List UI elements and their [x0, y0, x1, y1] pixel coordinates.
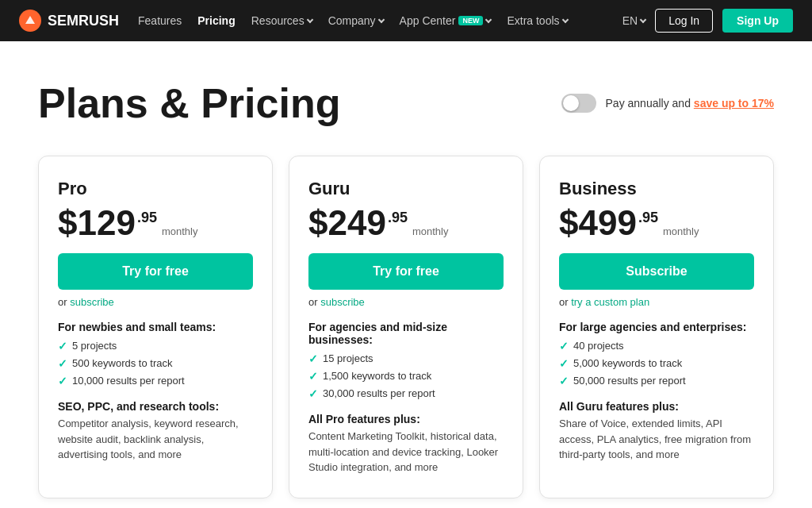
chevron-down-icon — [306, 17, 312, 23]
check-icon: ✓ — [58, 340, 67, 352]
or-line-business: or try a custom plan — [559, 296, 754, 308]
nav-right: EN Log In Sign Up — [622, 9, 793, 33]
plan-card-business: Business $499 .95 monthly Subscribe or t… — [539, 156, 774, 498]
plan-name-guru: Guru — [308, 179, 504, 199]
billing-toggle-area: Pay annually and save up to 17% — [561, 94, 774, 113]
list-item: ✓1,500 keywords to track — [308, 370, 504, 383]
nav-links: Features Pricing Resources Company App C… — [138, 14, 603, 27]
list-item: ✓5,000 keywords to track — [559, 357, 754, 370]
or-line-guru: or subscribe — [308, 296, 504, 308]
semrush-logo-icon — [19, 10, 41, 32]
price-main-business: $499 — [559, 206, 637, 241]
nav-pricing[interactable]: Pricing — [197, 14, 235, 27]
price-period-pro: monthly — [162, 225, 198, 237]
nav-company[interactable]: Company — [328, 14, 384, 27]
price-cents-guru: .95 — [388, 210, 408, 225]
subscribe-button-business[interactable]: Subscribe — [559, 253, 754, 290]
chevron-down-icon — [640, 17, 646, 23]
try-free-button-pro[interactable]: Try for free — [58, 253, 253, 290]
feature-list-business: ✓40 projects ✓5,000 keywords to track ✓5… — [559, 340, 754, 387]
price-period-guru: monthly — [412, 225, 449, 237]
check-icon: ✓ — [308, 352, 318, 365]
toggle-label: Pay annually and save up to 17% — [606, 97, 774, 110]
pricing-header: Plans & Pricing Pay annually and save up… — [38, 79, 774, 127]
feature-list-pro: ✓5 projects ✓500 keywords to track ✓10,0… — [58, 340, 253, 387]
tools-title-business: All Guru features plus: — [559, 400, 754, 413]
logo[interactable]: SEMRUSH — [19, 10, 119, 32]
plan-name-pro: Pro — [58, 179, 253, 199]
price-cents-pro: .95 — [137, 210, 157, 225]
plan-name-business: Business — [559, 179, 754, 199]
subscribe-link-pro[interactable]: subscribe — [70, 296, 114, 308]
audience-title-guru: For agencies and mid-size businesses: — [308, 321, 504, 346]
list-item: ✓5 projects — [58, 340, 253, 352]
plan-card-guru: Guru $249 .95 monthly Try for free or su… — [289, 156, 523, 498]
price-period-business: monthly — [663, 225, 699, 237]
chevron-down-icon — [485, 17, 492, 23]
or-line-pro: or subscribe — [58, 296, 253, 308]
check-icon: ✓ — [559, 357, 569, 370]
list-item: ✓40 projects — [559, 340, 754, 352]
audience-title-business: For large agencies and enterprises: — [559, 321, 754, 333]
tools-desc-business: Share of Voice, extended limits, API acc… — [559, 416, 754, 463]
check-icon: ✓ — [58, 357, 67, 370]
audience-title-pro: For newbies and small teams: — [58, 321, 253, 333]
plans-container: Pro $129 .95 monthly Try for free or sub… — [38, 156, 774, 498]
price-row-pro: $129 .95 monthly — [58, 206, 253, 241]
page-content: Plans & Pricing Pay annually and save up… — [0, 41, 812, 508]
list-item: ✓15 projects — [308, 352, 504, 365]
check-icon: ✓ — [58, 375, 67, 387]
nav-resources[interactable]: Resources — [251, 14, 312, 27]
nav-app-center[interactable]: App Center new — [400, 14, 492, 27]
chevron-down-icon — [377, 17, 384, 23]
price-cents-business: .95 — [638, 210, 658, 225]
list-item: ✓50,000 results per report — [559, 375, 754, 387]
price-main-guru: $249 — [308, 206, 386, 241]
save-text: save up to 17% — [694, 97, 774, 110]
toggle-knob — [563, 95, 579, 111]
check-icon: ✓ — [308, 387, 318, 400]
chevron-down-icon — [561, 17, 568, 23]
annual-billing-toggle[interactable] — [561, 94, 596, 113]
check-icon: ✓ — [559, 340, 569, 352]
page-title: Plans & Pricing — [38, 79, 340, 127]
tools-desc-pro: Competitor analysis, keyword research, w… — [58, 416, 253, 463]
price-main-pro: $129 — [58, 206, 136, 241]
custom-plan-link-business[interactable]: try a custom plan — [571, 296, 649, 308]
try-free-button-guru[interactable]: Try for free — [308, 253, 504, 290]
navigation: SEMRUSH Features Pricing Resources Compa… — [0, 0, 812, 41]
logo-text: SEMRUSH — [48, 13, 119, 29]
check-icon: ✓ — [559, 375, 569, 387]
price-row-guru: $249 .95 monthly — [308, 206, 504, 241]
feature-list-guru: ✓15 projects ✓1,500 keywords to track ✓3… — [308, 352, 504, 400]
nav-extra-tools[interactable]: Extra tools — [507, 14, 567, 27]
check-icon: ✓ — [308, 370, 318, 383]
language-selector[interactable]: EN — [622, 14, 645, 27]
list-item: ✓500 keywords to track — [58, 357, 253, 370]
list-item: ✓30,000 results per report — [308, 387, 504, 400]
tools-title-pro: SEO, PPC, and research tools: — [58, 400, 253, 413]
tools-desc-guru: Content Marketing Toolkit, historical da… — [308, 429, 504, 475]
tools-title-guru: All Pro features plus: — [308, 413, 504, 425]
nav-features[interactable]: Features — [138, 14, 182, 27]
price-row-business: $499 .95 monthly — [559, 206, 754, 241]
signup-button[interactable]: Sign Up — [722, 9, 793, 33]
new-badge: new — [458, 16, 483, 25]
login-button[interactable]: Log In — [655, 9, 713, 33]
list-item: ✓10,000 results per report — [58, 375, 253, 387]
subscribe-link-guru[interactable]: subscribe — [320, 296, 365, 308]
plan-card-pro: Pro $129 .95 monthly Try for free or sub… — [38, 156, 273, 498]
